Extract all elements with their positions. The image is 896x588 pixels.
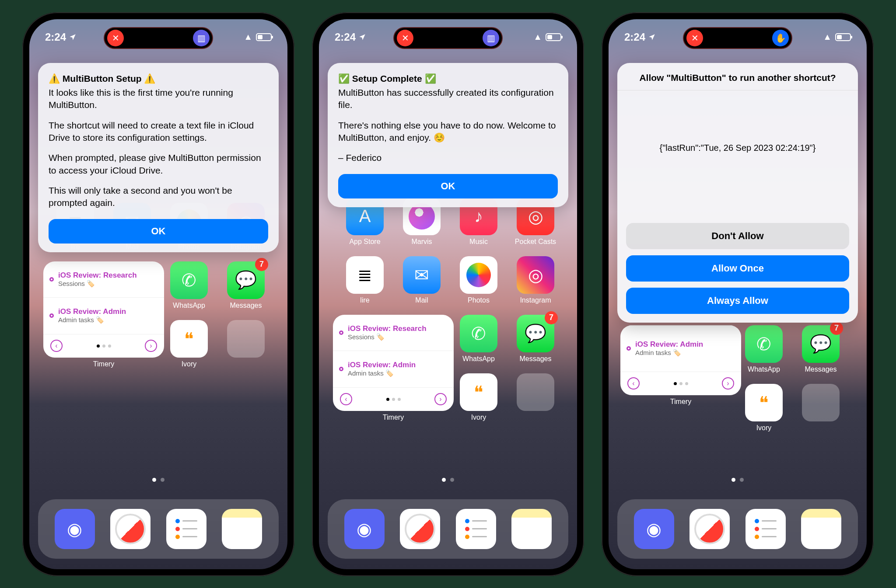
folder-icon (227, 320, 265, 358)
app-reminders[interactable] (166, 509, 206, 549)
dock: ◉ (38, 499, 279, 559)
badge: 7 (255, 258, 268, 271)
alert-text: There's nothing else you have to do now.… (338, 119, 558, 144)
app-folder[interactable] (217, 320, 274, 368)
dock: ◉ (328, 499, 568, 559)
page-indicator[interactable] (609, 478, 867, 482)
location-icon (69, 33, 77, 41)
wifi-icon: ▲ (244, 32, 252, 42)
shortcut-running-icon[interactable]: ▥ (483, 30, 499, 46)
wifi-icon: ▲ (533, 32, 542, 42)
app-instagram[interactable]: ◎Instagram (507, 256, 564, 304)
permission-content: {"lastRun":"Tue, 26 Sep 2023 02:24:19"} (617, 90, 858, 223)
app-whatsapp[interactable]: ✆WhatsApp (161, 261, 217, 310)
app-whatsapp[interactable]: ✆WhatsApp (735, 325, 792, 373)
app-reminders[interactable] (456, 509, 496, 549)
setup-alert: ⚠️ MultiButton Setup ⚠️ It looks like th… (38, 63, 279, 252)
wifi-icon: ▲ (823, 32, 832, 42)
status-time: 2:24 (45, 31, 77, 43)
dynamic-island[interactable]: ✕ ▥ (393, 27, 503, 49)
chevron-left-icon[interactable]: ‹ (50, 340, 63, 352)
dont-allow-button[interactable]: Don't Allow (626, 223, 849, 249)
always-allow-button[interactable]: Always Allow (626, 288, 849, 314)
app-safari[interactable] (690, 509, 730, 549)
app-ivory[interactable]: ❝Ivory (735, 384, 792, 432)
app-messages[interactable]: 💬7Messages (507, 315, 564, 363)
app-discord[interactable]: ◉ (55, 509, 95, 549)
alert-text: The shortcut will need to create a text … (49, 119, 268, 144)
allow-once-button[interactable]: Allow Once (626, 255, 849, 282)
app-notes[interactable] (222, 509, 262, 549)
chevron-right-icon[interactable]: › (145, 340, 157, 352)
ok-button[interactable]: OK (49, 219, 268, 244)
app-discord[interactable]: ◉ (344, 509, 385, 549)
app-notes[interactable] (511, 509, 552, 549)
app-ivory[interactable]: ❝Ivory (450, 373, 507, 421)
alert-text: MultiButton has successfully created its… (338, 87, 558, 111)
battery-icon (546, 33, 561, 41)
alert-text: It looks like this is the first time you… (49, 87, 268, 111)
app-folder[interactable] (507, 373, 564, 421)
shortcut-running-icon[interactable]: ▥ (193, 30, 210, 46)
dock: ◉ (617, 499, 858, 559)
messages-icon: 💬7 (227, 261, 265, 299)
app-notes[interactable] (801, 509, 841, 549)
app-mail[interactable]: ✉︎Mail (393, 256, 450, 304)
location-icon (358, 33, 366, 41)
app-messages[interactable]: 💬7Messages (217, 261, 274, 310)
permission-title: Allow "MultiButton" to run another short… (617, 63, 858, 90)
battery-icon (835, 33, 851, 41)
location-icon (648, 33, 656, 41)
complete-alert: ✅ Setup Complete ✅ MultiButton has succe… (328, 63, 568, 207)
alert-title: ✅ Setup Complete ✅ (338, 73, 558, 85)
page-indicator[interactable] (319, 478, 577, 482)
app-safari[interactable] (110, 509, 150, 549)
app-reminders[interactable] (746, 509, 786, 549)
dynamic-island[interactable]: ✕ ✋ (683, 27, 792, 49)
alert-text: This will only take a second and you won… (49, 184, 268, 209)
ivory-icon: ❝ (170, 320, 208, 358)
timery-widget[interactable]: iOS Review: ResearchSessions 🏷️ iOS Revi… (620, 325, 741, 395)
alert-title: ⚠️ MultiButton Setup ⚠️ (49, 73, 268, 85)
app-discord[interactable]: ◉ (634, 509, 674, 549)
whatsapp-icon: ✆ (170, 261, 208, 299)
alert-text: When prompted, please give MultiButton p… (49, 152, 268, 177)
stop-icon[interactable]: ✕ (107, 30, 124, 46)
stop-icon[interactable]: ✕ (686, 30, 703, 46)
app-messages[interactable]: 💬7Messages (792, 325, 849, 373)
alert-text: – Federico (338, 152, 558, 164)
app-photos[interactable]: Photos (450, 256, 507, 304)
app-lire[interactable]: ≣lire (336, 256, 393, 304)
app-safari[interactable] (400, 509, 440, 549)
app-whatsapp[interactable]: ✆WhatsApp (450, 315, 507, 363)
app-folder[interactable] (792, 384, 849, 432)
permission-sheet: Allow "MultiButton" to run another short… (617, 63, 858, 323)
battery-icon (256, 33, 272, 41)
home-icon-grid: iOS Review: ResearchSessions 🏷️ iOS Revi… (626, 325, 849, 432)
ok-button[interactable]: OK (338, 174, 558, 198)
timery-widget[interactable]: iOS Review: ResearchSessions 🏷️ iOS Revi… (333, 315, 454, 411)
stop-icon[interactable]: ✕ (397, 30, 413, 46)
dynamic-island[interactable]: ✕ ▥ (104, 27, 213, 49)
timery-widget[interactable]: iOS Review: ResearchSessions 🏷️ iOS Revi… (43, 261, 164, 358)
app-ivory[interactable]: ❝Ivory (161, 320, 217, 368)
privacy-icon[interactable]: ✋ (772, 30, 789, 46)
home-icon-grid: AApp Store Marvis ♪Music ◎Pocket Casts ≣… (336, 198, 560, 421)
page-indicator[interactable] (29, 478, 287, 482)
